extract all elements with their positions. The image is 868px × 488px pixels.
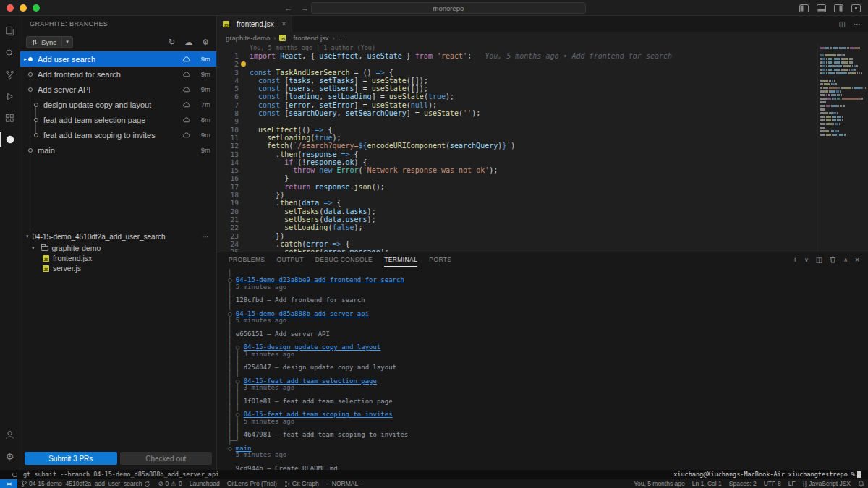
- panel-tab-terminal[interactable]: TERMINAL: [384, 252, 417, 267]
- code-editor[interactable]: You, 5 months ago | 1 author (You) 1impo…: [217, 43, 868, 252]
- minimap-token: [838, 94, 840, 96]
- tab-frontend-jsx[interactable]: JS frontend.jsx ×: [217, 16, 292, 32]
- branch-label: main: [38, 146, 55, 155]
- status-blame[interactable]: You, 5 months ago: [630, 479, 689, 488]
- breadcrumb[interactable]: graphite-demo › JS frontend.jsx › …: [217, 32, 868, 43]
- branch-row[interactable]: feat add team scoping to invites9m: [20, 127, 216, 142]
- new-terminal-icon[interactable]: +: [793, 256, 797, 264]
- cloud-icon[interactable]: ☁: [184, 38, 192, 46]
- remote-indicator[interactable]: ><: [0, 479, 17, 488]
- maximize-window-button[interactable]: [33, 4, 40, 12]
- split-terminal-icon[interactable]: ◫: [816, 256, 822, 264]
- codelens-blame[interactable]: You, 5 months ago | 1 author (You): [217, 43, 868, 52]
- status-cursor-position[interactable]: Ln 1, Col 1: [689, 479, 726, 488]
- panel-tab-debug-console[interactable]: DEBUG CONSOLE: [315, 252, 373, 267]
- close-window-button[interactable]: [7, 4, 14, 12]
- close-icon[interactable]: ×: [282, 20, 286, 27]
- code-token: {: [346, 240, 350, 248]
- line-number: 1: [217, 52, 239, 60]
- maximize-panel-icon[interactable]: ∧: [843, 257, 848, 263]
- code-token: useState: [372, 101, 407, 109]
- activity-settings[interactable]: ⚙: [0, 445, 20, 467]
- panel-header: PROBLEMSOUTPUTDEBUG CONSOLETERMINALPORTS…: [217, 252, 868, 267]
- minimap-token: [840, 105, 843, 107]
- status-problems[interactable]: ⊘ 0 ⚠ 0: [154, 479, 185, 488]
- split-editor-icon[interactable]: ◫: [839, 20, 846, 28]
- code-line: 12 fetch(`/search?query=${encodeURICompo…: [217, 142, 868, 150]
- status-gitlens[interactable]: GitLens Pro (Trial): [224, 479, 281, 488]
- toggle-secondary-sidebar-icon[interactable]: [834, 4, 843, 12]
- code-line: 20 setTasks(data.tasks);: [217, 207, 868, 215]
- status-indentation[interactable]: Spaces: 2: [726, 479, 760, 488]
- code-token: }): [250, 232, 284, 240]
- forward-icon[interactable]: →: [301, 4, 309, 12]
- toggle-sidebar-icon[interactable]: [799, 4, 809, 12]
- panel-tab-problems[interactable]: PROBLEMS: [229, 252, 265, 267]
- code-token: [250, 166, 293, 174]
- refresh-icon[interactable]: ↻: [169, 38, 175, 46]
- activity-graphite[interactable]: [0, 129, 20, 150]
- status-language[interactable]: {} JavaScript JSX: [799, 479, 854, 488]
- more-actions-icon[interactable]: ⋯: [854, 20, 861, 28]
- settings-icon[interactable]: ⚙: [202, 38, 209, 46]
- toggle-panel-icon[interactable]: [817, 4, 826, 12]
- terminal-dropdown-icon[interactable]: ∨: [804, 257, 809, 263]
- folder-name: graphite-demo: [52, 244, 101, 252]
- status-notifications[interactable]: [854, 479, 868, 488]
- branch-row[interactable]: feat add team selection page8m: [20, 112, 216, 127]
- checked-out-button[interactable]: Checked out: [120, 452, 213, 465]
- indentation-label: Spaces: 2: [729, 480, 757, 487]
- minimap-token: [843, 105, 845, 107]
- back-icon[interactable]: ←: [284, 4, 292, 12]
- activity-search[interactable]: [0, 42, 20, 64]
- branch-list: ▸Add user search9mAdd frontend for searc…: [20, 51, 216, 158]
- panel-tab-ports[interactable]: PORTS: [429, 252, 451, 267]
- minimap[interactable]: [817, 43, 868, 252]
- terminal-output[interactable]: │○ 04-15-demo_d23a8be9_add_frontend_for_…: [217, 267, 868, 470]
- status-encoding[interactable]: UTF-8: [760, 479, 785, 488]
- activity-explorer[interactable]: [0, 20, 20, 42]
- branch-row[interactable]: main9m: [20, 142, 216, 158]
- code-line: 11 setLoading(true);: [217, 134, 868, 142]
- branch-row[interactable]: ▸Add user search9m: [20, 51, 216, 67]
- tree-item-file[interactable]: JS server.js: [20, 263, 216, 273]
- status-launchpad[interactable]: Launchpad: [186, 479, 224, 488]
- terminal-text: 5 minutes ago: [236, 317, 286, 324]
- breadcrumb-more[interactable]: …: [339, 34, 346, 42]
- minimap-line: [820, 72, 866, 74]
- minimize-window-button[interactable]: [20, 4, 27, 12]
- customize-layout-icon[interactable]: [851, 4, 861, 12]
- activity-accounts[interactable]: [0, 424, 20, 445]
- status-vim-mode[interactable]: -- NORMAL --: [323, 479, 367, 488]
- activity-extensions[interactable]: [0, 107, 20, 129]
- panel-tab-output[interactable]: OUTPUT: [276, 252, 303, 267]
- minimap-token: [820, 61, 822, 64]
- sync-button[interactable]: Sync ▾: [26, 36, 73, 48]
- status-branch[interactable]: 04-15-demo_4510df2a_add_user_search: [17, 479, 154, 488]
- chevron-down-icon[interactable]: ▾: [62, 39, 72, 45]
- status-git-graph[interactable]: Git Graph: [281, 479, 323, 488]
- status-eol[interactable]: LF: [785, 479, 799, 488]
- branch-row[interactable]: Add server API9m: [20, 82, 216, 97]
- graphite-icon: [5, 134, 15, 145]
- minimap-token: [838, 119, 842, 121]
- language-label: JavaScript JSX: [809, 480, 851, 487]
- terminal-command-bar[interactable]: gt submit --branch 04-15-demo_d85a888b_a…: [0, 470, 868, 479]
- kill-terminal-icon[interactable]: [830, 256, 836, 263]
- more-actions-icon[interactable]: ⋯: [202, 233, 209, 241]
- activity-source-control[interactable]: [0, 64, 20, 85]
- close-panel-icon[interactable]: ×: [855, 256, 859, 264]
- breadcrumb-file[interactable]: frontend.jsx: [293, 34, 328, 42]
- submit-prs-button[interactable]: Submit 3 PRs: [25, 452, 117, 465]
- branch-row[interactable]: design update copy and layout7m: [20, 97, 216, 112]
- stack-section-header[interactable]: ▾ 04-15-demo_4510df2a_add_user_search ⋯: [20, 230, 216, 243]
- breadcrumb-root[interactable]: graphite-demo: [226, 34, 270, 42]
- minimap-token: [826, 116, 831, 118]
- activity-run-debug[interactable]: [0, 85, 20, 107]
- line-number: 13: [217, 150, 239, 158]
- tree-item-folder[interactable]: ▾ graphite-demo: [20, 243, 216, 253]
- minimap-line: [820, 90, 866, 93]
- command-center-search[interactable]: monorepo: [311, 2, 586, 14]
- tree-item-file[interactable]: JS frontend.jsx: [20, 253, 216, 263]
- branch-row[interactable]: Add frontend for search9m: [20, 67, 216, 82]
